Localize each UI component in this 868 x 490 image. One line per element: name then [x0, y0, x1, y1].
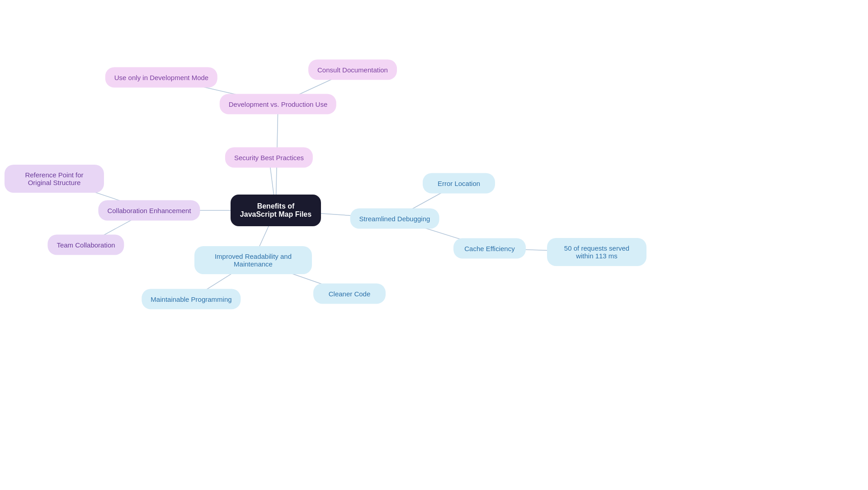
security-best-node[interactable]: Security Best Practices [225, 147, 313, 168]
dev-vs-prod-node[interactable]: Development vs. Production Use [220, 94, 336, 114]
improved-read-node[interactable]: Improved Readability and Maintenance [194, 246, 312, 274]
center-node[interactable]: Benefits of JavaScript Map Files [231, 195, 321, 226]
requests-served-node[interactable]: 50 of requests served within 113 ms [547, 238, 646, 266]
team-collab-node[interactable]: Team Collaboration [47, 235, 124, 255]
consult-doc-node[interactable]: Consult Documentation [308, 60, 397, 80]
error-location-node[interactable]: Error Location [423, 173, 495, 194]
cleaner-code-node[interactable]: Cleaner Code [313, 284, 386, 304]
streamlined-debug-node[interactable]: Streamlined Debugging [350, 209, 439, 229]
maintainable-node[interactable]: Maintainable Programming [142, 289, 241, 309]
collaboration-enh-node[interactable]: Collaboration Enhancement [98, 200, 200, 221]
use-only-dev-node[interactable]: Use only in Development Mode [105, 67, 217, 88]
ref-point-node[interactable]: Reference Point for Original Structure [5, 165, 104, 193]
cache-efficiency-node[interactable]: Cache Efficiency [453, 238, 526, 259]
